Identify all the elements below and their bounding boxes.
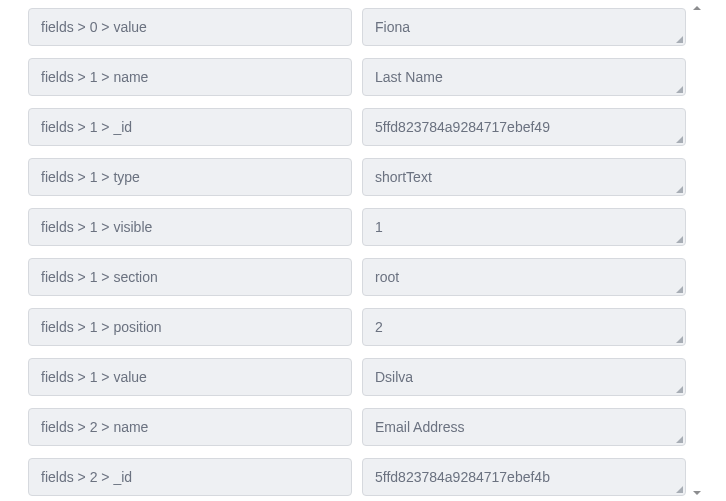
form-row: fields > 1 > valueDsilva — [28, 358, 686, 396]
field-value[interactable]: root — [362, 258, 686, 296]
field-key[interactable]: fields > 2 > _id — [28, 458, 352, 496]
field-key[interactable]: fields > 1 > section — [28, 258, 352, 296]
field-value[interactable]: Dsilva — [362, 358, 686, 396]
form-row: fields > 1 > _id5ffd823784a9284717ebef49 — [28, 108, 686, 146]
form-row: fields > 0 > valueFiona — [28, 8, 686, 46]
field-key[interactable]: fields > 0 > value — [28, 8, 352, 46]
field-key[interactable]: fields > 1 > type — [28, 158, 352, 196]
field-value[interactable]: 5ffd823784a9284717ebef49 — [362, 108, 686, 146]
field-key[interactable]: fields > 1 > value — [28, 358, 352, 396]
form-row: fields > 1 > position2 — [28, 308, 686, 346]
form-row: fields > 1 > visible1 — [28, 208, 686, 246]
field-key[interactable]: fields > 1 > visible — [28, 208, 352, 246]
field-key[interactable]: fields > 1 > name — [28, 58, 352, 96]
form-row: fields > 2 > _id5ffd823784a9284717ebef4b — [28, 458, 686, 496]
form-row: fields > 1 > sectionroot — [28, 258, 686, 296]
field-key[interactable]: fields > 2 > name — [28, 408, 352, 446]
field-value[interactable]: 2 — [362, 308, 686, 346]
field-value[interactable]: shortText — [362, 158, 686, 196]
field-key[interactable]: fields > 1 > _id — [28, 108, 352, 146]
field-value[interactable]: Email Address — [362, 408, 686, 446]
field-key[interactable]: fields > 1 > position — [28, 308, 352, 346]
field-value[interactable]: 5ffd823784a9284717ebef4b — [362, 458, 686, 496]
form-row: fields > 1 > nameLast Name — [28, 58, 686, 96]
scrollbar-down-icon — [693, 491, 701, 495]
field-value[interactable]: Last Name — [362, 58, 686, 96]
form-row: fields > 2 > nameEmail Address — [28, 408, 686, 446]
scrollbar-up-icon — [693, 6, 701, 10]
form-area: fields > 0 > valueFionafields > 1 > name… — [0, 0, 706, 501]
field-value[interactable]: 1 — [362, 208, 686, 246]
field-value[interactable]: Fiona — [362, 8, 686, 46]
form-row: fields > 1 > typeshortText — [28, 158, 686, 196]
form-scroll-container[interactable]: fields > 0 > valueFionafields > 1 > name… — [0, 0, 706, 501]
